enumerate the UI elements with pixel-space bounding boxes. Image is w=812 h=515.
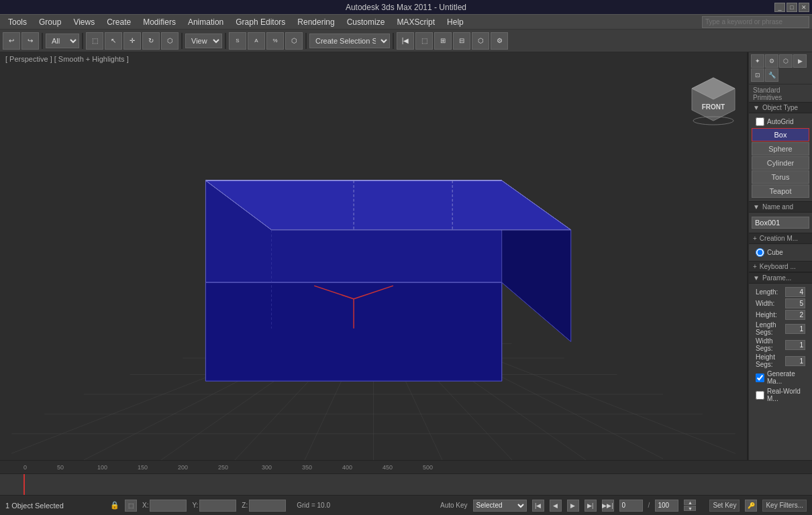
toolbar-btn-6[interactable]: ⚙ — [491, 32, 508, 50]
toolbar-btn-2[interactable]: ⬚ — [415, 32, 433, 50]
torus-button[interactable]: Torus — [752, 170, 809, 184]
hierarchy-icon[interactable]: ⬡ — [779, 54, 793, 68]
width-segs-input[interactable] — [785, 340, 805, 350]
height-row: Height: — [752, 309, 809, 321]
viewport[interactable]: [ Perspective ] [ Smooth + Highlights ] … — [0, 52, 748, 460]
height-input[interactable] — [785, 310, 805, 320]
mirror-button[interactable]: ⬡ — [285, 32, 303, 50]
z-input[interactable] — [249, 500, 286, 512]
ruler-150: 150 — [138, 464, 148, 471]
timeline-track[interactable] — [0, 474, 812, 495]
width-input[interactable] — [785, 298, 805, 308]
object-type-header[interactable]: ▼ Object Type — [749, 102, 812, 113]
panel-icons: ✦ ⚙ ⬡ ▶ ⊡ 🔧 — [749, 52, 812, 84]
menu-animation[interactable]: Animation — [183, 16, 229, 28]
parameters-content: Length: Width: Height: Length Segs: Widt… — [749, 284, 812, 406]
name-color-header[interactable]: ▼ Name and — [749, 201, 812, 213]
toolbar-btn-1[interactable]: |◀ — [397, 32, 414, 50]
length-segs-input[interactable] — [785, 324, 805, 334]
length-input[interactable] — [785, 287, 805, 297]
menu-maxscript[interactable]: MAXScript — [391, 16, 440, 28]
menu-rendering[interactable]: Rendering — [292, 16, 340, 28]
sphere-button[interactable]: Sphere — [752, 142, 809, 156]
create-selection-select[interactable]: Create Selection S... — [309, 34, 390, 48]
scale-button[interactable]: ⬡ — [161, 32, 179, 50]
set-key-button[interactable]: Set Key — [709, 500, 740, 512]
box-button[interactable]: Box — [752, 128, 809, 141]
move-button[interactable]: ✛ — [123, 32, 141, 50]
kb-arrow: + — [753, 263, 757, 270]
menu-modifiers[interactable]: Modifiers — [138, 16, 181, 28]
rotate-button[interactable]: ↻ — [142, 32, 160, 50]
menu-create[interactable]: Create — [101, 16, 136, 28]
param-arrow: ▼ — [753, 274, 760, 282]
menu-graph-editors[interactable]: Graph Editors — [230, 16, 291, 28]
undo-button[interactable]: ↩ — [3, 32, 20, 50]
app-title: Autodesk 3ds Max 2011 - Untitled — [346, 3, 466, 12]
frame-up-button[interactable]: ▲ — [684, 500, 696, 505]
auto-key-select[interactable]: Selected — [473, 500, 527, 512]
end-frame-input[interactable] — [655, 500, 678, 512]
title-bar: Autodesk 3ds Max 2011 - Untitled _ □ ✕ — [0, 0, 812, 15]
x-input[interactable] — [150, 500, 187, 512]
toolbar-btn-4[interactable]: ⊟ — [453, 32, 470, 50]
close-button[interactable]: ✕ — [799, 3, 809, 12]
frame-down-button[interactable]: ▼ — [684, 506, 696, 511]
toolbar-btn-3[interactable]: ⊞ — [434, 32, 452, 50]
toolbar-btn-5[interactable]: ⬡ — [472, 32, 489, 50]
menu-views[interactable]: Views — [68, 16, 100, 28]
go-to-start-button[interactable]: |◀ — [532, 500, 544, 512]
teapot-button[interactable]: Teapot — [752, 184, 809, 198]
frame-separator: / — [648, 502, 650, 509]
maximize-button[interactable]: □ — [786, 3, 797, 12]
snap-angle-button[interactable]: A — [248, 32, 265, 50]
cube-radio[interactable] — [756, 248, 764, 257]
collapse-arrow: ▼ — [753, 104, 760, 111]
modify-icon[interactable]: ⚙ — [765, 54, 778, 68]
width-segs-label: Width Segs: — [756, 337, 785, 352]
object-name-input[interactable] — [752, 217, 809, 229]
autogrid-checkbox[interactable] — [756, 117, 764, 126]
key-filters-button[interactable]: Key Filters... — [762, 500, 807, 512]
menu-customize[interactable]: Customize — [342, 16, 391, 28]
prev-frame-button[interactable]: ◀ — [550, 500, 562, 512]
menu-tools[interactable]: Tools — [3, 16, 32, 28]
menu-group[interactable]: Group — [34, 16, 66, 28]
play-button[interactable]: ▶ — [567, 500, 579, 512]
name-color-content — [749, 213, 812, 233]
search-input[interactable] — [702, 16, 809, 28]
parameters-header[interactable]: ▼ Parame... — [749, 272, 812, 284]
ruler-450: 450 — [383, 464, 393, 471]
generate-map-checkbox[interactable] — [756, 374, 764, 382]
create-icon[interactable]: ✦ — [751, 54, 764, 68]
select-object-button[interactable]: ⬚ — [86, 32, 103, 50]
main-area: [ Perspective ] [ Smooth + Highlights ] … — [0, 52, 812, 460]
minimize-button[interactable]: _ — [774, 3, 785, 12]
menu-help[interactable]: Help — [442, 16, 469, 28]
redo-button[interactable]: ↪ — [21, 32, 39, 50]
go-to-end-button[interactable]: ▶▶| — [602, 500, 614, 512]
keyboard-header[interactable]: + Keyboard ... — [749, 261, 812, 272]
object-count-text: 1 Object Selected — [5, 502, 64, 510]
lock-icon: 🔒 — [110, 501, 119, 510]
viewport-btn-1[interactable]: ⬚ — [125, 500, 137, 512]
y-label: Y: — [192, 502, 198, 509]
y-input[interactable] — [199, 500, 236, 512]
height-segs-input[interactable] — [785, 356, 805, 366]
snap-button[interactable]: S — [229, 32, 246, 50]
current-frame-input[interactable] — [619, 500, 643, 512]
snap-percent-button[interactable]: % — [266, 32, 284, 50]
filter-select[interactable]: All — [46, 34, 79, 48]
cylinder-button[interactable]: Cylinder — [752, 156, 809, 170]
motion-icon[interactable]: ▶ — [793, 54, 807, 68]
status-bar: 1 Object Selected 🔒 ⬚ X: Y: Z: Grid = 10… — [0, 495, 812, 515]
real-world-checkbox[interactable] — [756, 391, 764, 400]
key-mode-btn[interactable]: 🔑 — [745, 500, 757, 512]
toolbar: ↩ ↪ All ⬚ ↖ ✛ ↻ ⬡ View S A % ⬡ Create Se… — [0, 30, 812, 52]
view-select[interactable]: View — [185, 34, 222, 48]
next-frame-button[interactable]: ▶| — [585, 500, 597, 512]
utilities-icon[interactable]: 🔧 — [765, 68, 778, 82]
select-region-button[interactable]: ↖ — [105, 32, 122, 50]
creation-method-header[interactable]: + Creation M... — [749, 233, 812, 244]
display-icon[interactable]: ⊡ — [751, 68, 764, 82]
